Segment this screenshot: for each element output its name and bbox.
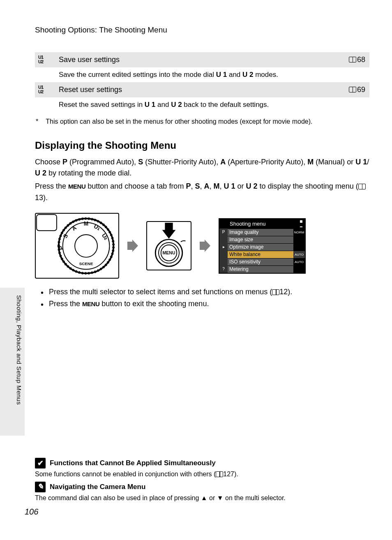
mode-dial-illustration: A M U₁ U₂ S P SCENE [35, 213, 119, 279]
book-icon [272, 289, 279, 295]
note-body: Some functions cannot be enabled in conj… [35, 470, 369, 479]
camera-screen-illustration: Shooting menu PImage qualityNORM Image s… [219, 218, 306, 274]
list-item: Press the MENU button to exit the shooti… [39, 298, 369, 310]
svg-marker-17 [200, 240, 210, 252]
book-icon [349, 57, 356, 62]
bullet-list: Press the multi selector to select items… [39, 286, 369, 310]
note-heading: ✎ Navigating the Camera Menu [35, 482, 369, 492]
svg-point-2 [75, 235, 97, 257]
footnote: *This option can also be set in the menu… [35, 117, 369, 126]
svg-marker-12 [162, 223, 176, 239]
diagram-row: A M U₁ U₂ S P SCENE [35, 213, 369, 279]
arrow-right-icon [200, 240, 210, 252]
book-icon [216, 471, 223, 477]
svg-text:M: M [84, 221, 88, 227]
table-row: U1U2 Save user settings 68 [35, 52, 369, 67]
u12-icon: U1U2 [38, 85, 59, 94]
svg-marker-11 [127, 240, 138, 252]
svg-text:MENU: MENU [162, 250, 175, 255]
row-title: Reset user settings [59, 85, 349, 95]
section-heading: Displaying the Shooting Menu [35, 138, 369, 152]
u12-icon: U1U2 [38, 55, 59, 64]
check-icon: ✔ [35, 458, 46, 468]
menu-button-illustration: MENU [146, 221, 191, 270]
table-row: U1U2 Reset user settings 69 [35, 82, 369, 97]
row-description: Reset the saved settings in U 1 and U 2 … [35, 97, 369, 112]
arrow-right-icon [127, 240, 138, 252]
book-icon [358, 184, 366, 189]
page-ref: 69 [349, 85, 365, 95]
list-item: Press the multi selector to select items… [39, 286, 369, 298]
screen-title: Shooting menu [219, 219, 305, 228]
body-paragraph: Choose P (Programmed Auto), S (Shutter-P… [35, 157, 369, 180]
svg-rect-10 [37, 215, 57, 231]
row-title: Save user settings [59, 55, 349, 65]
svg-text:SCENE: SCENE [79, 262, 93, 266]
body-paragraph: Press the MENU button and choose a tab f… [35, 181, 369, 204]
page-ref: 68 [349, 55, 365, 65]
pencil-icon: ✎ [35, 482, 46, 492]
book-icon [349, 87, 356, 92]
row-description: Save the current edited settings into th… [35, 67, 369, 82]
note-body: The command dial can also be used in pla… [35, 494, 369, 503]
chapter-title: Shooting Options: The Shooting Menu [35, 25, 369, 36]
note-heading: ✔ Functions that Cannot Be Applied Simul… [35, 458, 369, 468]
